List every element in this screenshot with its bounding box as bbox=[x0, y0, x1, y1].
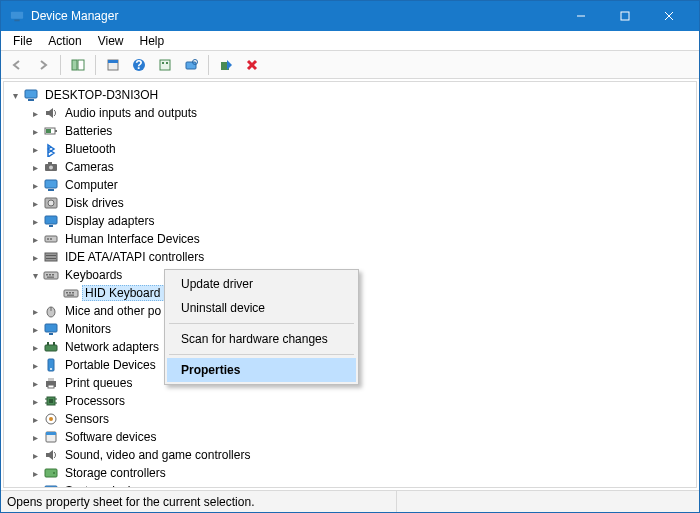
tree-category[interactable]: ▸Mice and other po bbox=[28, 302, 696, 320]
tree-category[interactable]: ▸Monitors bbox=[28, 320, 696, 338]
svg-rect-38 bbox=[46, 255, 56, 256]
tree-category[interactable]: ▸IDE ATA/ATAPI controllers bbox=[28, 248, 696, 266]
close-button[interactable] bbox=[647, 1, 691, 31]
hid-icon bbox=[43, 231, 59, 247]
properties-button[interactable] bbox=[101, 53, 125, 77]
expand-arrow-icon[interactable]: ▸ bbox=[28, 412, 42, 426]
svg-rect-37 bbox=[45, 253, 57, 261]
expand-arrow-icon[interactable]: ▸ bbox=[28, 358, 42, 372]
tree-category-label: Monitors bbox=[62, 321, 114, 337]
tree-category-label: Disk drives bbox=[62, 195, 127, 211]
help-button[interactable]: ? bbox=[127, 53, 151, 77]
keyboard-icon bbox=[43, 267, 59, 283]
tree-category[interactable]: ▸Human Interface Devices bbox=[28, 230, 696, 248]
expand-arrow-icon[interactable]: ▸ bbox=[28, 466, 42, 480]
tree-category[interactable]: ▸Disk drives bbox=[28, 194, 696, 212]
menu-view[interactable]: View bbox=[90, 32, 132, 50]
menu-file[interactable]: File bbox=[5, 32, 40, 50]
expand-arrow-icon[interactable]: ▸ bbox=[28, 124, 42, 138]
cpu-icon bbox=[43, 393, 59, 409]
expand-arrow-icon[interactable]: ▸ bbox=[28, 430, 42, 444]
expand-arrow-icon[interactable]: ▸ bbox=[28, 178, 42, 192]
tree-category[interactable]: ▸Sound, video and game controllers bbox=[28, 446, 696, 464]
tree-category-label: Display adapters bbox=[62, 213, 157, 229]
svg-rect-20 bbox=[25, 90, 37, 98]
svg-rect-23 bbox=[55, 130, 57, 132]
tree-device[interactable]: HID Keyboard Device bbox=[48, 284, 696, 302]
enable-device-button[interactable] bbox=[214, 53, 238, 77]
ctx-update-driver[interactable]: Update driver bbox=[167, 272, 356, 296]
display-icon bbox=[43, 213, 59, 229]
title-bar[interactable]: Device Manager bbox=[1, 1, 699, 31]
ctx-uninstall-device[interactable]: Uninstall device bbox=[167, 296, 356, 320]
expand-arrow-icon[interactable]: ▸ bbox=[28, 250, 42, 264]
expand-arrow-icon[interactable]: ▸ bbox=[28, 376, 42, 390]
tree-category[interactable]: ▸Software devices bbox=[28, 428, 696, 446]
expand-arrow-icon[interactable]: ▸ bbox=[28, 160, 42, 174]
tree-category[interactable]: ▸Print queues bbox=[28, 374, 696, 392]
disk-icon bbox=[43, 195, 59, 211]
tree-category[interactable]: ▸Bluetooth bbox=[28, 140, 696, 158]
expand-arrow-icon[interactable]: ▸ bbox=[28, 232, 42, 246]
show-hide-tree-button[interactable] bbox=[66, 53, 90, 77]
tree-category[interactable]: ▸Processors bbox=[28, 392, 696, 410]
svg-rect-47 bbox=[69, 292, 71, 294]
expand-arrow-icon[interactable]: ▸ bbox=[28, 304, 42, 318]
tree-category[interactable]: ▸Computer bbox=[28, 176, 696, 194]
window-title: Device Manager bbox=[31, 9, 118, 23]
svg-rect-24 bbox=[46, 129, 51, 133]
maximize-button[interactable] bbox=[603, 1, 647, 31]
expand-arrow-icon[interactable]: ▸ bbox=[28, 214, 42, 228]
nav-back-button[interactable] bbox=[5, 53, 29, 77]
tree-category[interactable]: ▸Batteries bbox=[28, 122, 696, 140]
tree-category[interactable]: ▸Cameras bbox=[28, 158, 696, 176]
tree-category-label: Human Interface Devices bbox=[62, 231, 203, 247]
battery-icon bbox=[43, 123, 59, 139]
expand-arrow-icon[interactable]: ▾ bbox=[28, 268, 42, 282]
ctx-scan-hardware[interactable]: Scan for hardware changes bbox=[167, 327, 356, 351]
software-icon bbox=[43, 429, 59, 445]
expand-arrow-icon[interactable]: ▸ bbox=[28, 106, 42, 120]
tree-category-label: Processors bbox=[62, 393, 128, 409]
svg-point-36 bbox=[50, 238, 52, 240]
device-tree-view[interactable]: ▾DESKTOP-D3NI3OH▸Audio inputs and output… bbox=[3, 81, 697, 488]
tree-root[interactable]: ▾DESKTOP-D3NI3OH bbox=[8, 86, 696, 104]
update-button[interactable] bbox=[153, 53, 177, 77]
storage-icon bbox=[43, 465, 59, 481]
expand-arrow-icon[interactable]: ▸ bbox=[28, 484, 42, 488]
svg-rect-15 bbox=[186, 62, 196, 69]
expand-arrow-icon[interactable]: ▸ bbox=[28, 340, 42, 354]
tree-category[interactable]: ▸Sensors bbox=[28, 410, 696, 428]
tree-category-label: Storage controllers bbox=[62, 465, 169, 481]
tree-category-label: Network adapters bbox=[62, 339, 162, 355]
tree-category-label: Software devices bbox=[62, 429, 159, 445]
svg-rect-29 bbox=[48, 189, 54, 191]
scan-hardware-button[interactable] bbox=[179, 53, 203, 77]
menu-action[interactable]: Action bbox=[40, 32, 89, 50]
tree-category-label: Cameras bbox=[62, 159, 117, 175]
ctx-properties[interactable]: Properties bbox=[167, 358, 356, 382]
expand-arrow-icon[interactable]: ▸ bbox=[28, 394, 42, 408]
bluetooth-icon bbox=[43, 141, 59, 157]
tree-category[interactable]: ▾Keyboards bbox=[28, 266, 696, 284]
expand-arrow-icon[interactable]: ▸ bbox=[28, 322, 42, 336]
svg-rect-49 bbox=[67, 295, 74, 296]
svg-text:?: ? bbox=[135, 58, 142, 72]
minimize-button[interactable] bbox=[559, 1, 603, 31]
tree-category[interactable]: ▸Portable Devices bbox=[28, 356, 696, 374]
camera-icon bbox=[43, 159, 59, 175]
expand-arrow-icon[interactable]: ▸ bbox=[28, 196, 42, 210]
svg-rect-13 bbox=[162, 62, 164, 64]
tree-category[interactable]: ▸Display adapters bbox=[28, 212, 696, 230]
svg-rect-12 bbox=[160, 60, 170, 70]
expand-arrow-icon[interactable]: ▸ bbox=[28, 142, 42, 156]
nav-forward-button[interactable] bbox=[31, 53, 55, 77]
tree-category[interactable]: ▸System devices bbox=[28, 482, 696, 488]
uninstall-device-button[interactable] bbox=[240, 53, 264, 77]
tree-category[interactable]: ▸Audio inputs and outputs bbox=[28, 104, 696, 122]
tree-category[interactable]: ▸Storage controllers bbox=[28, 464, 696, 482]
menu-help[interactable]: Help bbox=[132, 32, 173, 50]
status-text: Opens property sheet for the current sel… bbox=[7, 491, 397, 512]
expand-arrow-icon[interactable]: ▸ bbox=[28, 448, 42, 462]
tree-category[interactable]: ▸Network adapters bbox=[28, 338, 696, 356]
